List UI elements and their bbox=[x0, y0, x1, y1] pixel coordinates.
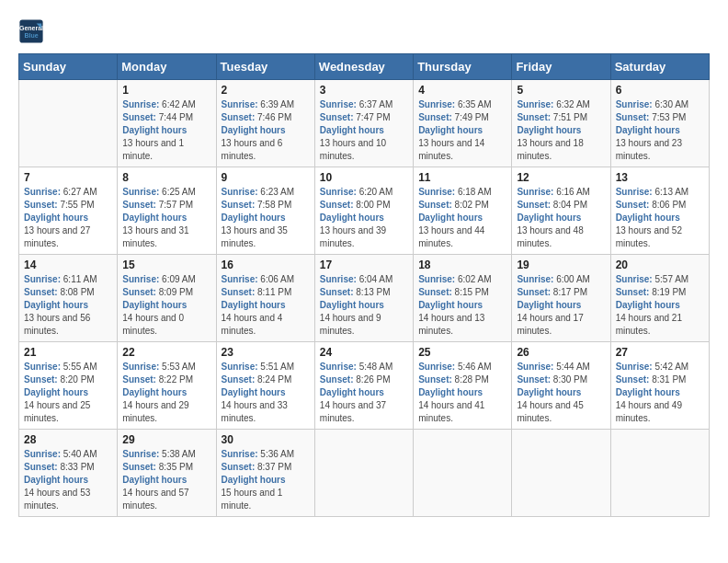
logo-icon: General Blue bbox=[18, 18, 44, 44]
sunrise-value: 6:30 AM bbox=[654, 99, 688, 109]
sunset-label: Sunset: bbox=[418, 200, 452, 210]
day-info: Sunrise: 6:06 AM Sunset: 8:11 PM Dayligh… bbox=[222, 273, 310, 338]
sunset-label: Sunset: bbox=[222, 112, 256, 122]
sunrise-label: Sunrise: bbox=[222, 274, 258, 284]
day-number: 11 bbox=[418, 171, 506, 184]
sunset-label: Sunset: bbox=[616, 112, 650, 122]
daylight-value: 14 hours and 17 minutes. bbox=[517, 313, 583, 336]
col-monday: Monday bbox=[118, 54, 216, 80]
daylight-label: Daylight hours bbox=[320, 213, 384, 223]
daylight-label: Daylight hours bbox=[122, 387, 187, 397]
day-info: Sunrise: 6:39 AM Sunset: 7:46 PM Dayligh… bbox=[222, 98, 310, 163]
col-sunday: Sunday bbox=[19, 54, 118, 80]
day-cell: 21 Sunrise: 5:55 AM Sunset: 8:20 PM Dayl… bbox=[19, 342, 118, 430]
week-row-5: 28 Sunrise: 5:40 AM Sunset: 8:33 PM Dayl… bbox=[19, 430, 710, 517]
sunset-label: Sunset: bbox=[122, 112, 156, 122]
day-cell: 1 Sunrise: 6:42 AM Sunset: 7:44 PM Dayli… bbox=[118, 80, 216, 167]
day-info: Sunrise: 6:04 AM Sunset: 8:13 PM Dayligh… bbox=[320, 273, 408, 338]
daylight-label: Daylight hours bbox=[616, 300, 680, 310]
daylight-value: 14 hours and 9 minutes. bbox=[320, 313, 381, 336]
sunrise-value: 5:36 AM bbox=[260, 449, 294, 459]
sunrise-label: Sunrise: bbox=[24, 274, 61, 284]
day-cell: 26 Sunrise: 5:44 AM Sunset: 8:30 PM Dayl… bbox=[512, 342, 610, 430]
daylight-value: 14 hours and 21 minutes. bbox=[616, 313, 682, 336]
daylight-value: 15 hours and 1 minute. bbox=[222, 488, 283, 511]
day-cell: 6 Sunrise: 6:30 AM Sunset: 7:53 PM Dayli… bbox=[610, 80, 709, 167]
daylight-value: 14 hours and 57 minutes. bbox=[122, 488, 188, 511]
day-cell: 14 Sunrise: 6:11 AM Sunset: 8:08 PM Dayl… bbox=[19, 255, 118, 342]
day-number: 25 bbox=[418, 346, 506, 359]
day-number: 20 bbox=[616, 259, 704, 271]
sunset-value: 8:08 PM bbox=[60, 287, 94, 297]
sunrise-label: Sunrise: bbox=[122, 99, 159, 109]
day-info: Sunrise: 6:13 AM Sunset: 8:06 PM Dayligh… bbox=[616, 186, 704, 250]
day-number: 5 bbox=[517, 84, 605, 97]
daylight-label: Daylight hours bbox=[24, 300, 88, 310]
day-number: 23 bbox=[222, 346, 310, 359]
sunset-value: 8:13 PM bbox=[356, 287, 390, 297]
day-info: Sunrise: 5:36 AM Sunset: 8:37 PM Dayligh… bbox=[222, 448, 310, 512]
day-cell: 24 Sunrise: 5:48 AM Sunset: 8:26 PM Dayl… bbox=[314, 342, 413, 430]
day-cell: 29 Sunrise: 5:38 AM Sunset: 8:35 PM Dayl… bbox=[118, 430, 216, 517]
sunrise-value: 6:06 AM bbox=[260, 274, 294, 284]
daylight-label: Daylight hours bbox=[616, 213, 680, 223]
sunset-value: 8:20 PM bbox=[60, 374, 94, 385]
sunrise-value: 6:18 AM bbox=[458, 187, 492, 197]
daylight-label: Daylight hours bbox=[517, 125, 581, 135]
sunset-value: 8:22 PM bbox=[159, 374, 193, 385]
daylight-label: Daylight hours bbox=[122, 213, 187, 223]
svg-text:Blue: Blue bbox=[24, 32, 38, 39]
day-info: Sunrise: 6:11 AM Sunset: 8:08 PM Dayligh… bbox=[24, 273, 112, 338]
daylight-value: 14 hours and 49 minutes. bbox=[616, 400, 682, 423]
svg-rect-0 bbox=[19, 19, 42, 42]
daylight-value: 14 hours and 4 minutes. bbox=[222, 313, 283, 336]
sunset-label: Sunset: bbox=[122, 200, 156, 210]
sunset-value: 8:24 PM bbox=[257, 374, 291, 385]
sunrise-label: Sunrise: bbox=[517, 362, 553, 372]
sunset-value: 7:46 PM bbox=[257, 112, 291, 122]
sunrise-value: 6:39 AM bbox=[260, 99, 294, 109]
sunrise-label: Sunrise: bbox=[418, 99, 455, 109]
sunset-value: 7:58 PM bbox=[257, 200, 291, 210]
daylight-value: 13 hours and 6 minutes. bbox=[222, 138, 283, 161]
calendar-body: 1 Sunrise: 6:42 AM Sunset: 7:44 PM Dayli… bbox=[19, 80, 710, 517]
sunrise-value: 5:40 AM bbox=[63, 449, 97, 459]
calendar-header: Sunday Monday Tuesday Wednesday Thursday… bbox=[19, 54, 710, 80]
sunset-label: Sunset: bbox=[418, 287, 452, 297]
daylight-label: Daylight hours bbox=[222, 387, 286, 397]
daylight-value: 13 hours and 31 minutes. bbox=[122, 225, 188, 248]
day-cell bbox=[19, 80, 118, 167]
day-cell: 23 Sunrise: 5:51 AM Sunset: 8:24 PM Dayl… bbox=[216, 342, 314, 430]
day-number: 24 bbox=[320, 346, 408, 359]
sunset-value: 7:55 PM bbox=[60, 200, 94, 210]
day-number: 28 bbox=[24, 433, 112, 446]
day-cell bbox=[610, 430, 709, 517]
day-number: 26 bbox=[517, 346, 605, 359]
sunrise-value: 6:32 AM bbox=[556, 99, 590, 109]
sunset-label: Sunset: bbox=[616, 287, 650, 297]
day-cell bbox=[414, 430, 512, 517]
day-info: Sunrise: 6:00 AM Sunset: 8:17 PM Dayligh… bbox=[517, 273, 605, 338]
sunrise-value: 6:27 AM bbox=[63, 187, 97, 197]
daylight-value: 14 hours and 13 minutes. bbox=[418, 313, 484, 336]
day-info: Sunrise: 6:09 AM Sunset: 8:09 PM Dayligh… bbox=[122, 273, 210, 338]
sunset-label: Sunset: bbox=[320, 200, 354, 210]
sunset-label: Sunset: bbox=[24, 374, 58, 385]
sunrise-label: Sunrise: bbox=[122, 362, 159, 372]
day-info: Sunrise: 5:38 AM Sunset: 8:35 PM Dayligh… bbox=[122, 448, 210, 512]
sunrise-label: Sunrise: bbox=[517, 274, 553, 284]
day-info: Sunrise: 6:42 AM Sunset: 7:44 PM Dayligh… bbox=[122, 98, 210, 163]
sunset-label: Sunset: bbox=[24, 462, 58, 472]
sunrise-value: 5:46 AM bbox=[458, 362, 492, 372]
sunset-label: Sunset: bbox=[222, 200, 256, 210]
day-cell: 2 Sunrise: 6:39 AM Sunset: 7:46 PM Dayli… bbox=[216, 80, 314, 167]
sunset-value: 8:04 PM bbox=[553, 200, 587, 210]
daylight-label: Daylight hours bbox=[517, 300, 581, 310]
day-info: Sunrise: 6:30 AM Sunset: 7:53 PM Dayligh… bbox=[616, 98, 704, 163]
daylight-value: 13 hours and 35 minutes. bbox=[222, 225, 288, 248]
sunrise-value: 6:11 AM bbox=[63, 274, 97, 284]
day-info: Sunrise: 6:32 AM Sunset: 7:51 PM Dayligh… bbox=[517, 98, 605, 163]
day-cell: 4 Sunrise: 6:35 AM Sunset: 7:49 PM Dayli… bbox=[414, 80, 512, 167]
sunset-value: 8:17 PM bbox=[553, 287, 587, 297]
sunset-label: Sunset: bbox=[320, 112, 354, 122]
